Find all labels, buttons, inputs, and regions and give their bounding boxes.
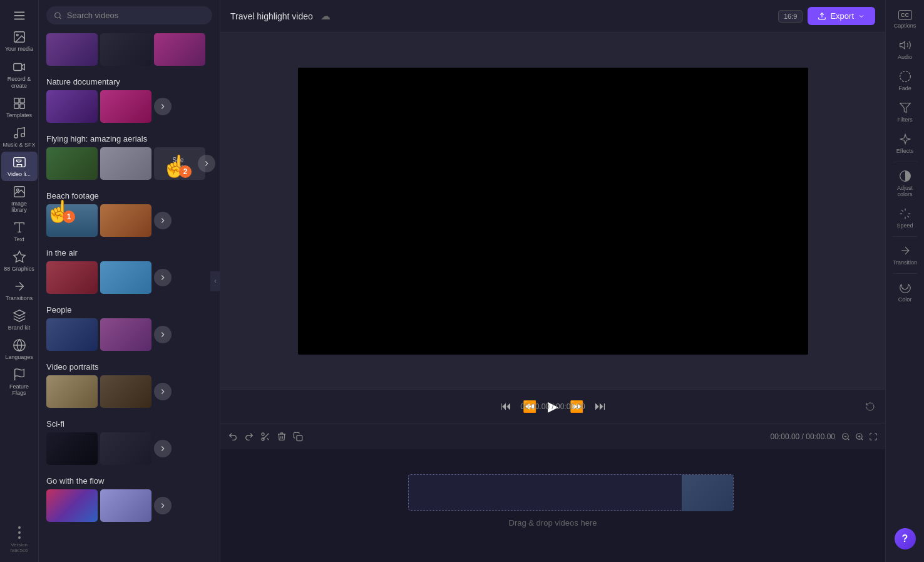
- video-thumb[interactable]: [154, 33, 205, 66]
- version-dot3: [18, 536, 21, 539]
- sidebar-item-speed[interactable]: Speed: [887, 202, 923, 234]
- sidebar-item-templates[interactable]: Templates: [1, 93, 38, 122]
- svg-point-14: [16, 189, 19, 192]
- beach-footage-arrow[interactable]: [154, 212, 172, 229]
- sidebar-item-image-library[interactable]: Imagelibrary: [1, 181, 38, 217]
- people-arrow[interactable]: [154, 326, 172, 343]
- trash-icon[interactable]: [277, 432, 287, 442]
- video-thumb[interactable]: [100, 375, 151, 408]
- help-button[interactable]: ?: [895, 528, 916, 549]
- sidebar-item-transitions[interactable]: Transitions: [1, 276, 38, 305]
- video-thumb[interactable]: [46, 90, 98, 123]
- redo-toolbar-icon[interactable]: [244, 432, 254, 442]
- top-bar-right: 16:9 Export: [778, 7, 875, 25]
- video-thumb[interactable]: [100, 147, 151, 180]
- sidebar-item-hamburger[interactable]: [1, 5, 38, 26]
- sidebar-item-video-library[interactable]: Video li...: [1, 152, 38, 181]
- search-input-wrap[interactable]: [46, 6, 212, 24]
- undo-icon[interactable]: [865, 402, 875, 412]
- sidebar-item-graphics[interactable]: 88 Graphics: [1, 246, 38, 276]
- sidebar-item-brand-kit[interactable]: Brand kit: [1, 305, 38, 335]
- timeline-zoom: [841, 432, 878, 441]
- help-icon: ?: [902, 533, 908, 544]
- svg-point-10: [14, 135, 18, 138]
- canvas-section: ⏮ ⏪ ▶ ⏩ ⏭ 00:00.00 / 00:00.00: [220, 33, 885, 562]
- zoom-in-icon[interactable]: [855, 432, 864, 441]
- sidebar-item-color[interactable]: Color: [887, 276, 923, 308]
- sidebar-label-image-library: Imagelibrary: [11, 200, 27, 213]
- main-area: Travel highlight video ☁ 16:9 Export ⏮: [220, 0, 885, 562]
- video-portraits-arrow[interactable]: [154, 383, 172, 400]
- sidebar-item-feature-flags[interactable]: FeatureFlags: [1, 364, 38, 400]
- video-thumb[interactable]: [46, 33, 98, 66]
- sidebar-item-music-sfx[interactable]: Music & SFX: [1, 122, 38, 152]
- video-thumb[interactable]: [46, 261, 98, 294]
- video-thumb[interactable]: [100, 261, 151, 294]
- sidebar-item-fade[interactable]: Fade: [887, 65, 923, 96]
- see-more-button[interactable]: Seemore: [154, 147, 205, 180]
- sidebar-label-video-library: Video li...: [8, 171, 31, 177]
- video-thumb[interactable]: [100, 432, 151, 465]
- undo-toolbar-icon[interactable]: [228, 432, 238, 442]
- cloud-save-icon[interactable]: ☁: [321, 10, 331, 22]
- sci-fi-arrow[interactable]: [154, 440, 172, 457]
- export-button[interactable]: Export: [808, 7, 875, 25]
- panel-collapse-arrow[interactable]: ‹: [210, 271, 220, 291]
- search-input[interactable]: [67, 11, 205, 20]
- see-more-label: Seemore: [173, 157, 187, 170]
- video-thumb[interactable]: [100, 489, 151, 522]
- go-with-the-flow-row: [39, 489, 220, 528]
- timeline-track: [408, 474, 873, 512]
- sidebar-label-brand-kit: Brand kit: [8, 325, 31, 331]
- fit-icon[interactable]: [869, 432, 878, 441]
- sidebar-item-record-create[interactable]: Record &create: [1, 56, 38, 93]
- sidebar-label-templates: Templates: [6, 112, 32, 118]
- video-thumb[interactable]: [46, 318, 98, 351]
- sidebar-item-languages[interactable]: Languages: [1, 335, 38, 364]
- zoom-out-icon[interactable]: [841, 432, 850, 441]
- sidebar-item-text[interactable]: Text: [1, 217, 38, 246]
- playback-bar: ⏮ ⏪ ▶ ⏩ ⏭ 00:00.00 / 00:00.00: [220, 389, 885, 423]
- video-thumb[interactable]: [100, 90, 151, 123]
- nature-documentary-arrow[interactable]: [154, 98, 172, 115]
- sidebar-label-graphics: 88 Graphics: [4, 266, 34, 272]
- sci-fi-row: [39, 432, 220, 471]
- in-the-air-arrow[interactable]: [154, 269, 172, 286]
- video-thumb[interactable]: [100, 33, 151, 66]
- sidebar-item-adjust-colors[interactable]: Adjustcolors: [887, 165, 923, 202]
- sidebar-item-captions[interactable]: CC Captions: [887, 5, 923, 34]
- drag-drop-label: Drag & drop videos here: [220, 518, 885, 528]
- video-thumb[interactable]: [46, 489, 98, 522]
- svg-marker-15: [13, 251, 24, 262]
- video-thumb[interactable]: [46, 432, 98, 465]
- top-clips-row: [39, 31, 220, 72]
- people-row: [39, 318, 220, 357]
- sidebar-item-effects[interactable]: Effects: [887, 128, 923, 159]
- section-title-sci-fi: Sci-fi: [39, 414, 220, 432]
- go-with-the-flow-arrow[interactable]: [154, 497, 172, 514]
- scissors-icon[interactable]: [260, 432, 270, 442]
- track-clip[interactable]: [408, 474, 734, 511]
- svg-rect-7: [19, 98, 24, 103]
- sidebar-item-your-media[interactable]: Your media: [1, 26, 38, 56]
- skip-to-start-button[interactable]: ⏮: [500, 400, 511, 413]
- copy-icon[interactable]: [293, 432, 303, 442]
- audio-icon: [899, 39, 911, 51]
- sidebar-item-audio[interactable]: Audio: [887, 34, 923, 65]
- video-thumb[interactable]: [100, 204, 151, 237]
- see-more-arrow[interactable]: [198, 155, 215, 172]
- export-icon: [818, 12, 826, 21]
- svg-marker-30: [900, 103, 910, 113]
- video-thumb[interactable]: [46, 204, 98, 237]
- sidebar-label-record-create: Record &create: [8, 76, 31, 90]
- effects-icon: [899, 133, 911, 145]
- video-thumb[interactable]: [46, 147, 98, 180]
- skip-to-end-button[interactable]: ⏭: [595, 400, 606, 413]
- sidebar-item-version[interactable]: Versionfa9c5c6: [1, 523, 38, 557]
- filters-label: Filters: [897, 117, 913, 123]
- sidebar-item-filters[interactable]: Filters: [887, 96, 923, 128]
- sidebar-item-transition[interactable]: Transition: [887, 239, 923, 271]
- aspect-ratio-badge[interactable]: 16:9: [778, 10, 803, 23]
- video-thumb[interactable]: [46, 375, 98, 408]
- video-thumb[interactable]: [100, 318, 151, 351]
